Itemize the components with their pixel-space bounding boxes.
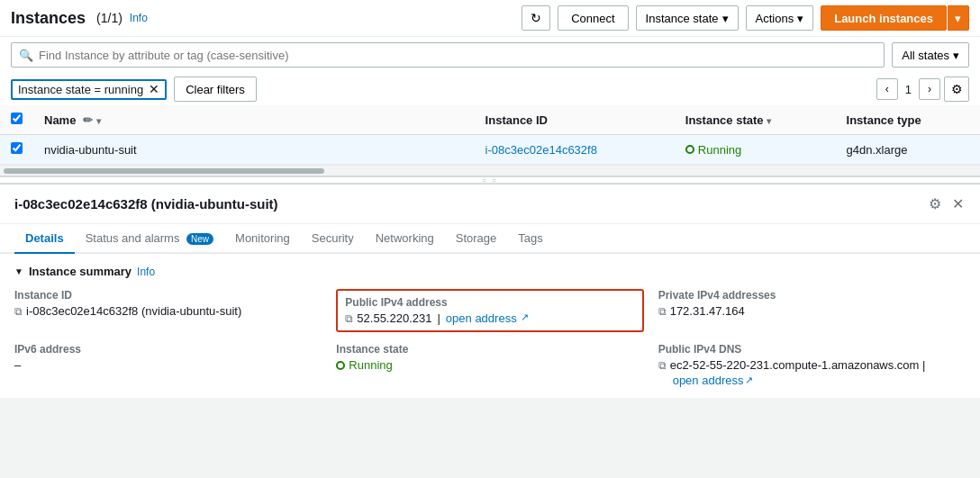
external-link-dns-icon: ↗: [745, 374, 753, 386]
filter-remove-button[interactable]: ✕: [149, 83, 159, 95]
page-number: 1: [902, 83, 915, 96]
launch-instances-button[interactable]: Launch instances: [821, 5, 947, 31]
prev-page-button[interactable]: ‹: [876, 78, 898, 100]
instance-state-label: Instance state: [646, 12, 719, 25]
instance-state-button[interactable]: Instance state ▾: [636, 5, 739, 31]
running-dot-detail-icon: [336, 361, 345, 370]
public-ipv4-text: 52.55.220.231: [357, 311, 431, 325]
resize-icon: = =: [482, 176, 498, 185]
sort-name-icon[interactable]: ▾: [96, 116, 101, 126]
scrollbar-thumb[interactable]: [4, 168, 324, 174]
table-settings-button[interactable]: ⚙: [944, 77, 969, 102]
detail-public-dns: Public IPv4 DNS ⧉ ec2-52-55-220-231.comp…: [658, 343, 966, 387]
row-name: nvidia-ubuntu-suit: [33, 135, 475, 165]
private-ipv4-text: 172.31.47.164: [670, 304, 745, 318]
instances-table-wrapper: Name ✏ ▾ Instance ID Instance state ▾ In…: [0, 105, 980, 176]
bottom-panel: i-08c3ec02e14c632f8 (nvidia-ubuntu-suit)…: [0, 184, 980, 398]
tab-status-alarms[interactable]: Status and alarms New: [75, 224, 224, 254]
instance-detail-title: i-08c3ec02e14c632f8 (nvidia-ubuntu-suit): [14, 196, 278, 212]
row-checkbox-cell[interactable]: [0, 135, 33, 165]
col-header-id: Instance ID: [475, 105, 675, 135]
search-row: 🔍 All states ▾: [0, 37, 980, 73]
detail-instance-id: Instance ID ⧉ i-08c3ec02e14c632f8 (nvidi…: [14, 289, 322, 332]
detail-public-ipv4: Public IPv4 address ⧉ 52.55.220.231 | op…: [336, 289, 643, 332]
tab-monitoring[interactable]: Monitoring: [224, 224, 301, 254]
select-all-checkbox-header[interactable]: [0, 105, 33, 135]
tab-storage[interactable]: Storage: [445, 224, 508, 254]
row-type: g4dn.xlarge: [836, 135, 980, 165]
refresh-icon: ↻: [531, 11, 541, 25]
table-header-row: Name ✏ ▾ Instance ID Instance state ▾ In…: [0, 105, 980, 135]
actions-button[interactable]: Actions ▾: [746, 5, 814, 31]
tab-tags[interactable]: Tags: [507, 224, 553, 254]
horizontal-scrollbar[interactable]: [0, 165, 980, 176]
bottom-settings-button[interactable]: ⚙: [927, 194, 943, 214]
copy-instance-id-icon[interactable]: ⧉: [14, 305, 23, 318]
detail-instance-state-label: Instance state: [336, 343, 643, 356]
summary-triangle-icon[interactable]: ▼: [14, 266, 23, 276]
instances-table: Name ✏ ▾ Instance ID Instance state ▾ In…: [0, 105, 980, 165]
sort-state-icon[interactable]: ▾: [767, 116, 771, 126]
filter-row: Instance state = running ✕ Clear filters…: [0, 73, 980, 105]
copy-private-ipv4-icon[interactable]: ⧉: [658, 305, 667, 318]
tab-details[interactable]: Details: [14, 224, 75, 254]
info-link[interactable]: Info: [130, 12, 148, 24]
open-address-link[interactable]: open address: [446, 311, 517, 325]
col-header-state: Instance state ▾: [675, 105, 836, 135]
tab-badge-new: New: [186, 233, 213, 245]
launch-group: Launch instances ▾: [821, 5, 969, 31]
row-id-link[interactable]: i-08c3ec02e14c632f8: [485, 143, 597, 157]
all-states-dropdown[interactable]: All states ▾: [892, 42, 969, 68]
resize-handle[interactable]: = =: [0, 176, 980, 184]
pagination-area: ‹ 1 › ⚙: [876, 77, 969, 102]
select-all-checkbox[interactable]: [11, 113, 23, 124]
running-badge: Running: [685, 143, 825, 157]
launch-instances-dropdown-button[interactable]: ▾: [947, 5, 969, 31]
detail-ipv6-value: –: [14, 358, 322, 372]
detail-public-dns-label: Public IPv4 DNS: [658, 343, 966, 356]
detail-instance-state-value: Running: [336, 358, 643, 372]
connect-button[interactable]: Connect: [558, 5, 628, 31]
page-title: Instances: [11, 9, 86, 28]
details-grid: Instance ID ⧉ i-08c3ec02e14c632f8 (nvidi…: [14, 289, 966, 387]
row-checkbox[interactable]: [11, 142, 23, 154]
instance-state-detail-text: Running: [349, 358, 392, 372]
col-header-name: Name ✏ ▾: [33, 105, 475, 135]
detail-public-ipv4-value: ⧉ 52.55.220.231 | open address ↗: [345, 311, 634, 325]
detail-public-ipv4-label: Public IPv4 address: [345, 296, 634, 309]
search-input[interactable]: [39, 49, 876, 62]
table-row[interactable]: nvidia-ubuntu-suit i-08c3ec02e14c632f8 R…: [0, 135, 980, 165]
detail-ipv6: IPv6 address –: [14, 343, 322, 387]
copy-ipv4-icon[interactable]: ⧉: [345, 312, 353, 325]
open-address-dns-link[interactable]: open address: [673, 374, 744, 387]
instances-header: Instances (1/1) Info ↻ Connect Instance …: [0, 0, 980, 37]
tab-networking[interactable]: Networking: [365, 224, 445, 254]
summary-info-link[interactable]: Info: [137, 266, 155, 278]
search-icon: 🔍: [19, 49, 33, 62]
external-link-icon: ↗: [521, 311, 529, 323]
close-icon: ✕: [952, 196, 964, 212]
row-id: i-08c3ec02e14c632f8: [475, 135, 675, 165]
public-dns-text: ec2-52-55-220-231.compute-1.amazonaws.co…: [670, 358, 926, 372]
col-header-type: Instance type: [836, 105, 980, 135]
bottom-header-icons: ⚙ ✕: [927, 194, 966, 214]
row-state: Running: [675, 135, 836, 165]
copy-public-dns-icon[interactable]: ⧉: [658, 359, 667, 372]
detail-instance-id-label: Instance ID: [14, 289, 322, 302]
detail-private-ipv4: Private IPv4 addresses ⧉ 172.31.47.164: [658, 289, 966, 332]
next-page-button[interactable]: ›: [919, 78, 940, 100]
edit-name-icon[interactable]: ✏: [83, 113, 93, 127]
bottom-close-button[interactable]: ✕: [950, 194, 966, 214]
summary-title: Instance summary: [29, 265, 132, 278]
refresh-button[interactable]: ↻: [522, 5, 550, 31]
detail-instance-state: Instance state Running: [336, 343, 643, 387]
detail-private-ipv4-value: ⧉ 172.31.47.164: [658, 304, 966, 318]
tab-security[interactable]: Security: [301, 224, 365, 254]
detail-tabs-row: Details Status and alarms New Monitoring…: [0, 224, 980, 254]
instance-count: (1/1): [96, 11, 122, 25]
search-box: 🔍: [11, 42, 885, 68]
instance-id-text: i-08c3ec02e14c632f8 (nvidia-ubuntu-suit): [26, 304, 241, 318]
running-label: Running: [698, 143, 741, 157]
details-content: ▼ Instance summary Info Instance ID ⧉ i-…: [0, 254, 980, 398]
clear-filters-button[interactable]: Clear filters: [174, 77, 257, 102]
